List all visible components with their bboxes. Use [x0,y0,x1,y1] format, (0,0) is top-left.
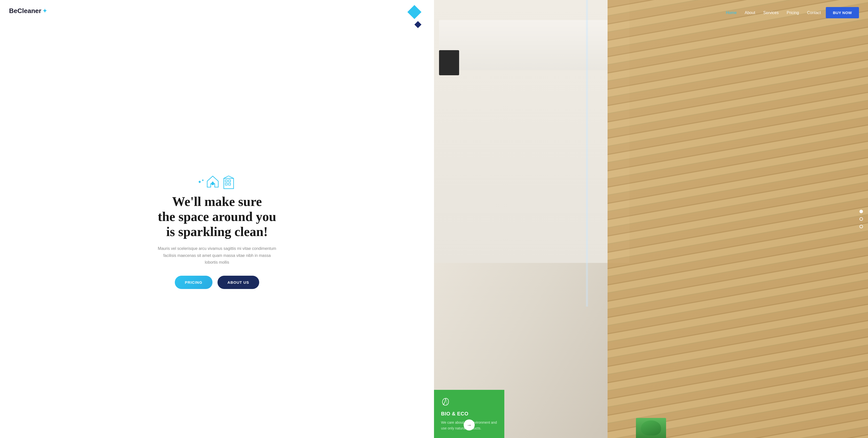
bio-eco-title: BIO & ECO [441,411,497,417]
logo-text: BeCleaner [9,7,41,15]
bio-eco-card: BIO & ECO We care about the environment … [434,390,504,438]
glass-railing [586,0,588,307]
nav-link-about[interactable]: About [745,10,755,15]
svg-rect-2 [228,180,230,182]
sparkle-diamond-small-icon [414,21,422,28]
hero-headline: We'll make sure the space around you is … [158,194,276,239]
nav-link-contact[interactable]: Contact [807,10,821,15]
svg-rect-3 [225,183,227,185]
nav-item-services[interactable]: Services [763,10,779,15]
buy-now-button[interactable]: BUY NOW [826,7,859,18]
hero-buttons: PRICING ABOUT US [175,276,259,289]
logo: BeCleaner ✦ [9,7,47,15]
nav-item-home[interactable]: Home [726,10,737,15]
leaf-thumbnail [636,418,666,438]
hero-content: We'll make sure the space around you is … [15,149,419,289]
leaf-icon [441,397,450,406]
home-heart-icon [205,174,220,189]
scroll-dot-3[interactable] [860,225,863,228]
page-wrapper: BeCleaner ✦ [0,0,868,438]
hero-subtext: Mauris vel scelerisque arcu vivamus sagi… [157,245,277,266]
left-panel: BeCleaner ✦ [0,0,434,438]
kitchen-simulation [434,0,629,263]
nav-item-contact[interactable]: Contact [807,10,821,15]
svg-rect-1 [225,180,227,182]
staircase-overlay [608,0,868,438]
scroll-indicators [860,210,863,228]
right-navbar: Home About Services Pricing Contact BUY … [434,0,868,23]
about-us-button[interactable]: ABOUT US [217,276,259,289]
nav-link-services[interactable]: Services [763,10,779,15]
nav-item-about[interactable]: About [745,10,755,15]
nav-link-home[interactable]: Home [726,10,737,15]
pricing-button[interactable]: PRICING [175,276,213,289]
nav-item-pricing[interactable]: Pricing [786,10,799,15]
sparkle-mini2-icon [202,179,204,181]
nav-link-pricing[interactable]: Pricing [786,10,799,15]
right-panel: BIO & ECO We care about the environment … [434,0,868,438]
scroll-dot-2[interactable] [860,217,863,221]
building-icon [222,175,236,189]
oven-simulation [439,50,459,75]
sparkle-mini-icon [198,180,201,183]
arrow-right-icon: → [467,422,472,428]
service-icons-row [198,174,236,189]
svg-line-6 [228,176,234,178]
logo-sparkle-icon: ✦ [42,8,47,14]
scroll-dot-1[interactable] [860,210,863,213]
navbar: BeCleaner ✦ [0,0,434,20]
bio-eco-arrow-button[interactable]: → [464,419,475,431]
cabinet-row [439,20,629,70]
nav-links: Home About Services Pricing Contact [726,10,821,15]
svg-rect-4 [228,183,230,185]
svg-line-5 [224,176,228,178]
